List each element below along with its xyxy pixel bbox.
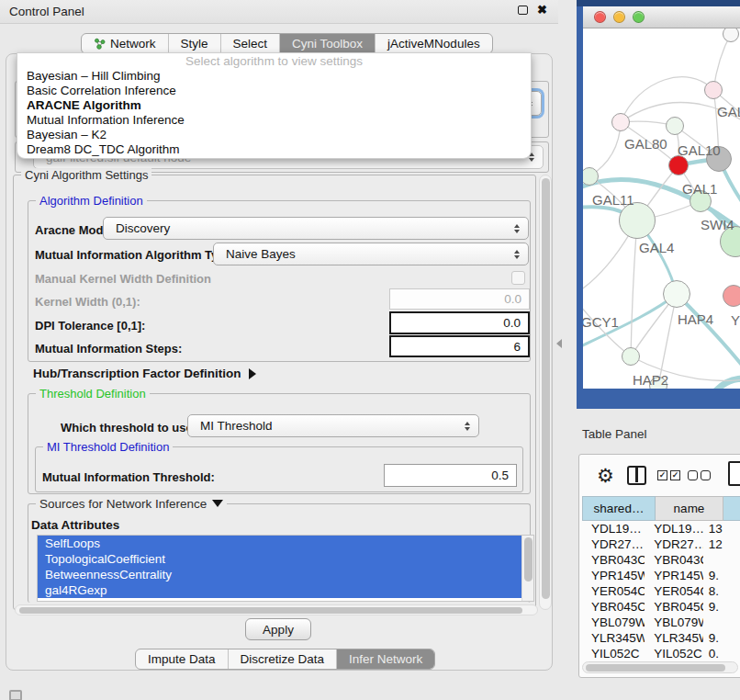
tab-jactivemnodules[interactable]: jActiveMNodules xyxy=(375,34,492,53)
table-cell[interactable]: 9. xyxy=(703,568,740,583)
algorithm-option[interactable]: Mutual Information Inference xyxy=(17,113,531,128)
table-column-header[interactable]: A xyxy=(723,496,740,521)
mac-close-icon[interactable] xyxy=(594,11,606,23)
mi-type-combobox[interactable]: Naive Bayes xyxy=(213,243,529,265)
mac-minimize-icon[interactable] xyxy=(613,11,625,23)
algorithm-option[interactable]: Bayesian – Hill Climbing xyxy=(17,69,531,84)
scrollbar-thumb[interactable] xyxy=(524,537,533,581)
tab-impute-data[interactable]: Impute Data xyxy=(136,649,228,669)
network-node[interactable] xyxy=(619,202,656,239)
table-cell[interactable]: 12 xyxy=(703,536,740,552)
table-cell[interactable]: YDR27… xyxy=(582,536,645,552)
data-attribute-item[interactable]: SelfLoops xyxy=(38,536,521,551)
kernel-width-field[interactable]: 0.0 xyxy=(389,288,530,310)
network-node[interactable] xyxy=(622,347,640,366)
gear-icon[interactable]: ⚙ xyxy=(597,464,614,488)
table-cell[interactable]: 0. xyxy=(703,646,740,659)
table-cell[interactable]: YIL052C xyxy=(582,646,645,659)
which-threshold-combobox[interactable]: MI Threshold xyxy=(187,414,479,437)
float-window-icon[interactable] xyxy=(518,6,528,15)
table-row[interactable]: YDL19…YDL19…13 xyxy=(582,521,740,536)
table-cell[interactable] xyxy=(703,552,740,568)
settings-vertical-scrollbar[interactable] xyxy=(539,175,552,610)
algorithm-option[interactable]: Dream8 DC_TDC Algorithm xyxy=(17,142,531,157)
tab-discretize-data[interactable]: Discretize Data xyxy=(228,649,337,669)
network-node[interactable] xyxy=(704,81,723,99)
tab-select[interactable]: Select xyxy=(220,34,280,53)
algorithm-option[interactable]: Bayesian – K2 xyxy=(17,128,531,142)
scrollbar-thumb[interactable] xyxy=(586,664,725,672)
splitter-grip[interactable] xyxy=(556,339,562,348)
mac-zoom-icon[interactable] xyxy=(633,11,645,23)
table-cell[interactable]: YER054C xyxy=(582,583,645,599)
settings-horizontal-scrollbar[interactable] xyxy=(15,604,538,615)
dpi-tolerance-field[interactable]: 0.0 xyxy=(389,311,530,334)
network-node[interactable] xyxy=(663,280,690,308)
hide-all-columns-icon[interactable] xyxy=(688,470,711,480)
sources-group-title[interactable]: Sources for Network Inference xyxy=(36,497,227,511)
close-icon[interactable]: ✖ xyxy=(537,6,547,15)
table-row[interactable]: YER054CYER054C8. xyxy=(582,583,740,599)
table-cell[interactable]: YDR27… xyxy=(645,536,702,552)
table-cell[interactable]: 9. xyxy=(703,599,740,615)
table-cell[interactable]: YDL19… xyxy=(645,521,702,536)
table-cell[interactable]: YBR043C xyxy=(582,552,645,568)
mi-threshold-field[interactable]: 0.5 xyxy=(384,464,517,487)
node-label: GAL1 xyxy=(682,181,717,197)
table-row[interactable]: YDR27…YDR27…12 xyxy=(582,536,740,552)
hub-definition-expander[interactable]: Hub/Transcription Factor Definition xyxy=(33,367,256,380)
show-all-columns-icon[interactable]: ✓✓ xyxy=(657,470,680,480)
tab-cyni-toolbox[interactable]: Cyni Toolbox xyxy=(279,34,375,53)
scrollbar-thumb[interactable] xyxy=(19,607,522,614)
table-cell[interactable]: YBL079W xyxy=(582,615,645,630)
table-cell[interactable]: 8. xyxy=(703,583,740,599)
scrollbar-thumb[interactable] xyxy=(542,178,550,599)
columns-icon[interactable] xyxy=(627,466,646,485)
table-cell[interactable]: YLR345W xyxy=(645,630,702,646)
table-cell[interactable]: YBR045C xyxy=(582,599,645,615)
attributes-vertical-scrollbar[interactable] xyxy=(521,536,533,601)
table-row[interactable]: YPR145WYPR145W9. xyxy=(582,568,740,583)
network-window-titlebar[interactable] xyxy=(583,6,740,28)
network-node[interactable] xyxy=(666,117,684,135)
table-cell[interactable]: YBR045C xyxy=(645,599,702,615)
data-attributes-list[interactable]: SelfLoopsTopologicalCoefficientBetweenne… xyxy=(37,535,534,602)
table-row[interactable]: YBR043CYBR043C xyxy=(582,552,740,568)
tab-infer-network[interactable]: Infer Network xyxy=(336,649,434,669)
network-node[interactable] xyxy=(723,285,740,307)
table-cell[interactable]: YDL19… xyxy=(582,521,645,536)
aracne-mode-combobox[interactable]: Discovery xyxy=(103,217,529,240)
data-attribute-item[interactable]: gal4RGexp xyxy=(38,582,521,598)
tab-style[interactable]: Style xyxy=(168,34,220,53)
export-table-icon[interactable] xyxy=(728,461,740,486)
table-row[interactable]: YIL052CYIL052C0. xyxy=(582,646,740,659)
tab-network[interactable]: Network xyxy=(82,34,168,53)
table-column-header[interactable]: shared… xyxy=(582,496,656,521)
algorithm-option[interactable]: ARACNE Algorithm xyxy=(17,98,531,113)
algorithm-option[interactable]: Basic Correlation Inference xyxy=(17,84,531,98)
data-attribute-item[interactable]: BetweennessCentrality xyxy=(38,567,521,582)
table-cell[interactable]: YIL052C xyxy=(645,646,702,659)
data-attribute-item[interactable]: TopologicalCoefficient xyxy=(38,551,521,567)
table-cell[interactable]: YER054C xyxy=(645,583,702,599)
network-node[interactable] xyxy=(611,113,630,131)
table-row[interactable]: YBR045CYBR045C9. xyxy=(582,599,740,615)
apply-button[interactable]: Apply xyxy=(245,618,311,640)
table-cell[interactable]: YLR345W xyxy=(582,630,645,646)
table-cell[interactable]: 9. xyxy=(703,630,740,646)
table-cell[interactable]: YPR145W xyxy=(582,568,645,583)
network-view-canvas[interactable]: GALGAL80GAL10GAL1GAL11SWI4GAL4HAP4YGCY1H… xyxy=(583,28,740,389)
table-cell[interactable] xyxy=(703,615,740,630)
table-horizontal-scrollbar[interactable] xyxy=(582,661,738,673)
table-row[interactable]: YLR345WYLR345W9. xyxy=(582,630,740,646)
network-node[interactable] xyxy=(668,155,689,175)
table-column-header[interactable]: name xyxy=(656,496,723,521)
table-cell[interactable]: 13 xyxy=(703,521,740,536)
table-cell[interactable]: YPR145W xyxy=(645,568,702,583)
table-cell[interactable]: YBR043C xyxy=(645,552,702,568)
dock-panel-icon[interactable] xyxy=(9,690,22,700)
manual-kernel-checkbox[interactable] xyxy=(511,271,525,285)
mi-steps-field[interactable]: 6 xyxy=(389,335,530,357)
table-cell[interactable]: YBL079W xyxy=(645,615,702,630)
table-row[interactable]: YBL079WYBL079W xyxy=(582,615,740,630)
